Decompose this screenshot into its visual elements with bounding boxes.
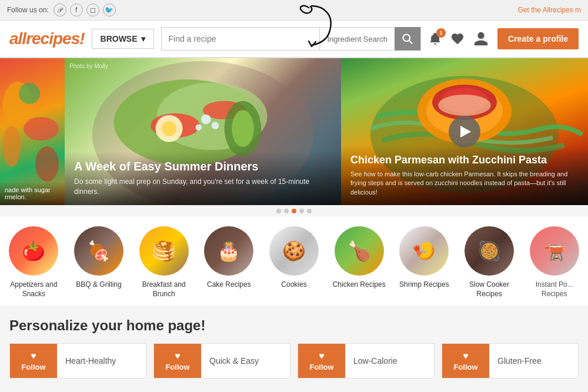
category-shrimp-label: Shrimp Recipes xyxy=(399,280,449,290)
svg-point-4 xyxy=(19,83,40,104)
category-bbq[interactable]: 🍖 BBQ & Grilling xyxy=(70,226,128,290)
follow-cards: ♥ Follow Heart-Healthy ♥ Follow Quick & … xyxy=(9,343,579,378)
play-button[interactable] xyxy=(449,116,480,148)
header-icons: 1 Create a profile xyxy=(428,28,579,49)
ingredient-search-label: Ingredient Search xyxy=(327,35,387,43)
heart-icon: ♥ xyxy=(319,351,325,361)
chicken-icon: 🍗 xyxy=(335,226,384,276)
follow-card-heart-healthy: ♥ Follow Heart-Healthy xyxy=(9,343,146,378)
category-cakes-label: Cake Recipes xyxy=(207,280,251,290)
category-chicken[interactable]: 🍗 Chicken Recipes xyxy=(330,226,388,290)
heart-icon: ♥ xyxy=(463,351,469,361)
top-bar: Follow us on: 𝒫 f ◻ 🐦 Get the Allrecipes… xyxy=(0,0,588,21)
slider-dot-1[interactable] xyxy=(276,209,281,213)
svg-point-0 xyxy=(403,35,410,42)
category-instantpot-image: 🫕 xyxy=(530,226,579,276)
category-breakfast-image: 🥞 xyxy=(139,226,189,276)
follow-quick-easy-button[interactable]: ♥ Follow xyxy=(154,344,201,378)
cakes-icon: 🎂 xyxy=(204,226,253,276)
category-cakes[interactable]: 🎂 Cake Recipes xyxy=(200,226,258,290)
chevron-down-icon: ▾ xyxy=(141,34,145,43)
slowcooker-icon: 🥘 xyxy=(465,226,514,276)
personalize-section: Personalize your home page! ♥ Follow Hea… xyxy=(0,306,588,388)
hero-main-description: Do some light meal prep on Sunday, and y… xyxy=(74,177,332,197)
category-slowcooker[interactable]: 🥘 Slow Cooker Recipes xyxy=(460,226,519,299)
category-breakfast[interactable]: 🥞 Breakfast and Brunch xyxy=(135,226,193,299)
svg-point-13 xyxy=(162,121,176,136)
category-breakfast-label: Breakfast and Brunch xyxy=(135,280,193,299)
facebook-icon[interactable]: f xyxy=(70,4,83,16)
hero-left-card[interactable]: nade with sugar rmelon. xyxy=(0,58,65,205)
hero-main-overlay: A Week of Easy Summer Dinners Do some li… xyxy=(65,152,341,205)
favorites-button[interactable] xyxy=(450,32,465,46)
hero-right-card[interactable]: Chicken Parmesan with Zucchini Pasta See… xyxy=(341,58,588,205)
heart-icon xyxy=(450,32,465,46)
instagram-icon[interactable]: ◻ xyxy=(86,4,99,16)
slider-dot-4[interactable] xyxy=(299,209,304,213)
category-chicken-image: 🍗 xyxy=(335,226,384,276)
shrimp-icon: 🍤 xyxy=(399,226,449,276)
twitter-icon[interactable]: 🐦 xyxy=(103,4,116,16)
pinterest-icon[interactable]: 𝒫 xyxy=(54,4,66,16)
category-bbq-image: 🍖 xyxy=(74,226,123,276)
svg-point-15 xyxy=(212,122,219,129)
slider-dot-3[interactable] xyxy=(292,209,296,213)
follow-low-calorie-button[interactable]: ♥ Follow xyxy=(298,344,345,378)
category-slowcooker-image: 🥘 xyxy=(465,226,514,276)
category-shrimp[interactable]: 🍤 Shrimp Recipes xyxy=(395,226,453,290)
follow-label: Follow xyxy=(453,363,477,371)
svg-point-16 xyxy=(195,124,201,130)
slider-dots xyxy=(0,205,588,217)
slider-dot-5[interactable] xyxy=(307,209,312,213)
header: allrecipes! BROWSE ▾ Ingredient Search 1 xyxy=(0,21,588,58)
hero-section: nade with sugar rmelon. xyxy=(0,58,588,205)
search-input[interactable] xyxy=(162,34,320,43)
category-instantpot[interactable]: 🫕 Instant Po... Recipes xyxy=(525,226,583,299)
category-slowcooker-label: Slow Cooker Recipes xyxy=(460,280,519,299)
hero-main-card[interactable]: Photo by Molly A Week of Easy Summer Din… xyxy=(65,58,341,205)
category-cookies[interactable]: 🍪 Cookies xyxy=(265,226,323,290)
instantpot-icon: 🫕 xyxy=(530,226,579,276)
category-appetizers-image: 🍅 xyxy=(9,226,58,276)
notification-badge: 1 xyxy=(436,28,446,38)
notification-button[interactable]: 1 xyxy=(428,32,442,46)
category-instantpot-label: Instant Po... Recipes xyxy=(525,280,583,299)
svg-point-24 xyxy=(438,95,491,116)
svg-point-6 xyxy=(35,146,59,182)
follow-label: Follow xyxy=(21,363,45,371)
categories-section: 🍅 Appetizers and Snacks 🍖 BBQ & Grilling… xyxy=(0,217,588,306)
category-chicken-label: Chicken Recipes xyxy=(333,280,386,290)
search-submit-button[interactable] xyxy=(395,27,420,51)
browse-label: BROWSE xyxy=(101,34,138,43)
heart-healthy-label: Heart-Healthy xyxy=(57,356,124,366)
social-icons: 𝒫 f ◻ 🐦 xyxy=(54,4,116,16)
hero-main-title: A Week of Easy Summer Dinners xyxy=(74,160,332,173)
search-bar: Ingredient Search xyxy=(161,27,422,51)
create-profile-button[interactable]: Create a profile xyxy=(497,28,579,49)
category-appetizers-label: Appetizers and Snacks xyxy=(5,280,63,299)
slider-dot-2[interactable] xyxy=(284,209,289,213)
top-bar-left: Follow us on: 𝒫 f ◻ 🐦 xyxy=(7,4,116,16)
follow-card-quick-easy: ♥ Follow Quick & Easy xyxy=(153,343,290,378)
cookies-icon: 🍪 xyxy=(269,226,319,276)
browse-button[interactable]: BROWSE ▾ xyxy=(92,29,154,49)
allrecipes-mobile-link[interactable]: Get the Allrecipes m xyxy=(518,6,581,14)
svg-line-1 xyxy=(409,41,412,43)
follow-gluten-free-button[interactable]: ♥ Follow xyxy=(442,344,489,378)
appetizers-icon: 🍅 xyxy=(9,226,58,276)
category-bbq-label: BBQ & Grilling xyxy=(76,280,121,290)
search-icon xyxy=(402,33,413,45)
allrecipes-logo[interactable]: allrecipes! xyxy=(9,29,85,48)
ingredient-search-button[interactable]: Ingredient Search xyxy=(319,28,395,50)
follow-card-low-calorie: ♥ Follow Low-Calorie xyxy=(298,343,435,378)
personalize-title: Personalize your home page! xyxy=(9,317,579,334)
heart-icon: ♥ xyxy=(31,351,36,361)
hero-right-description: See how to make this low-carb chicken Pa… xyxy=(350,170,579,197)
hero-left-text: nade with sugar rmelon. xyxy=(0,182,65,205)
follow-heart-healthy-button[interactable]: ♥ Follow xyxy=(10,344,57,378)
category-cookies-image: 🍪 xyxy=(269,226,319,276)
category-appetizers[interactable]: 🍅 Appetizers and Snacks xyxy=(5,226,63,299)
user-icon xyxy=(473,31,489,47)
create-profile-label: Create a profile xyxy=(508,34,568,43)
account-button[interactable] xyxy=(473,31,489,47)
